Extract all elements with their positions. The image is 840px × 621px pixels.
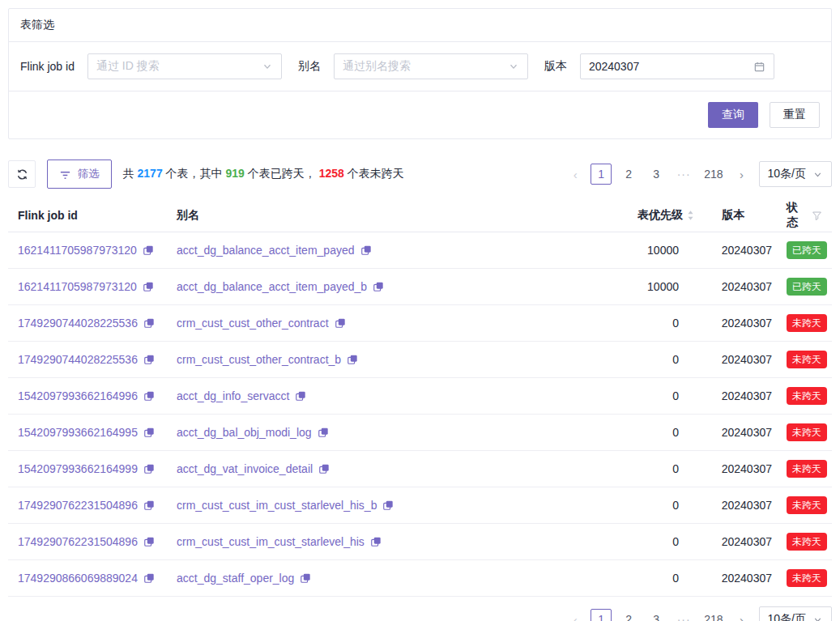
chevron-down-icon [508,61,519,72]
pagination-prev-button[interactable]: ‹ [566,609,584,621]
version-date-input[interactable]: 20240307 [580,53,774,79]
sorter-icon[interactable] [686,210,695,221]
flink-job-id-link[interactable]: 1542097993662164996 [18,389,138,402]
reset-button[interactable]: 重置 [770,102,820,128]
pagination-ellipsis[interactable]: ··· [673,609,694,621]
flink-job-id-link[interactable]: 1749290744028225536 [18,353,138,366]
table-body: 1621411705987973120 acct_dg_balance_acct… [8,232,832,597]
crossed-count: 919 [225,167,244,180]
alias-select[interactable]: 通过别名搜索 [334,53,528,79]
copy-icon[interactable] [347,354,358,365]
pagination-page-2[interactable]: 2 [618,164,639,185]
copy-icon[interactable] [143,245,154,256]
copy-icon[interactable] [143,281,154,292]
alias-link[interactable]: crm_cust_cust_im_cust_starlevel_his_b [177,499,377,512]
pagination-page-218[interactable]: 218 [701,164,726,185]
cell-priority: 0 [582,317,695,330]
status-badge: 未跨天 [787,460,827,478]
pagination-ellipsis[interactable]: ··· [673,164,694,185]
copy-icon[interactable] [143,572,155,584]
col-header-flink-job-id: Flink job id [18,209,177,222]
page-size-select[interactable]: 10条/页 [759,161,832,187]
status-badge: 未跨天 [787,314,827,332]
flink-job-id-link[interactable]: 1749290762231504896 [18,499,138,512]
copy-icon[interactable] [360,245,372,256]
col-header-priority[interactable]: 表优先级 [582,208,695,223]
cell-status: 未跨天 [772,460,822,478]
pagination-page-2[interactable]: 2 [618,609,639,621]
page-size-select[interactable]: 10条/页 [759,606,832,621]
flink-job-id-link[interactable]: 1542097993662164999 [18,462,138,475]
copy-icon[interactable] [373,281,384,292]
refresh-button[interactable] [8,160,36,188]
alias-link[interactable]: acct_dg_staff_oper_log [177,572,294,585]
status-badge: 已跨天 [787,278,827,296]
page-size-value: 10条/页 [768,167,806,181]
copy-icon[interactable] [143,427,155,438]
cell-status: 已跨天 [772,241,822,259]
cell-flink-job-id: 1749290762231504896 [18,499,177,512]
pagination-next-button[interactable]: › [733,164,751,185]
cell-status: 未跨天 [772,533,822,551]
copy-icon[interactable] [143,390,155,402]
filter-lines-icon [59,168,71,181]
pagination-page-1[interactable]: 1 [591,609,612,621]
alias-link[interactable]: crm_cust_cust_im_cust_starlevel_his [177,535,365,548]
copy-icon[interactable] [382,500,394,511]
status-badge: 未跨天 [787,496,827,514]
status-badge: 未跨天 [787,351,827,368]
pagination-page-3[interactable]: 3 [646,164,667,185]
filter-button[interactable]: 筛选 [47,160,112,189]
alias-link[interactable]: acct_dg_balance_acct_item_payed_b [177,280,367,293]
copy-icon[interactable] [370,536,382,547]
pagination-prev-button[interactable]: ‹ [566,164,584,185]
calendar-icon [753,61,765,73]
copy-icon[interactable] [143,536,155,547]
flink-job-id-select[interactable]: 通过 ID 搜索 [87,53,282,79]
flink-job-id-link[interactable]: 1542097993662164995 [18,426,138,439]
pagination-page-3[interactable]: 3 [646,609,667,621]
copy-icon[interactable] [295,390,306,402]
alias-link[interactable]: acct_dg_vat_invoice_detail [177,462,313,475]
cell-status: 已跨天 [772,278,822,296]
flink-job-id-link[interactable]: 1749290762231504896 [18,535,138,548]
table-row: 1542097993662164995 acct_dg_bal_obj_modi… [8,415,832,451]
copy-icon[interactable] [143,354,155,365]
alias-link[interactable]: acct_dg_bal_obj_modi_log [177,426,312,439]
pagination-page-1[interactable]: 1 [591,164,612,185]
cell-status: 未跨天 [772,569,822,587]
pagination-page-218[interactable]: 218 [701,609,726,621]
cell-alias: acct_dg_balance_acct_item_payed [177,244,582,257]
cell-version: 20240307 [695,353,772,366]
flink-job-id-link[interactable]: 1749290866069889024 [18,572,138,585]
alias-link[interactable]: crm_cust_cust_other_contract_b [177,353,341,366]
copy-icon[interactable] [318,463,330,474]
query-button[interactable]: 查询 [708,102,758,128]
filter-card: 表筛选 Flink job id 通过 ID 搜索 别名 通过别名搜索 版本 2… [8,8,832,139]
copy-icon[interactable] [143,463,155,474]
alias-link[interactable]: crm_cust_cust_other_contract [177,317,329,330]
cell-version: 20240307 [695,462,772,475]
copy-icon[interactable] [143,317,155,329]
cell-priority: 0 [582,535,695,548]
cell-alias: crm_cust_cust_other_contract_b [177,353,582,366]
chevron-down-icon [262,61,273,72]
copy-icon[interactable] [143,500,155,511]
col-header-alias: 别名 [177,208,582,223]
pagination-next-button[interactable]: › [733,609,751,621]
cell-priority: 0 [582,499,695,512]
cell-alias: crm_cust_cust_other_contract [177,317,582,330]
flink-job-id-link[interactable]: 1621411705987973120 [18,244,137,257]
copy-icon[interactable] [300,572,311,584]
copy-icon[interactable] [335,317,346,329]
cell-status: 未跨天 [772,314,822,332]
cell-alias: crm_cust_cust_im_cust_starlevel_his_b [177,499,582,512]
copy-icon[interactable] [318,427,329,438]
flink-job-id-link[interactable]: 1621411705987973120 [18,280,137,293]
funnel-filter-icon[interactable] [812,211,822,221]
cell-flink-job-id: 1749290744028225536 [18,353,177,366]
table-row: 1621411705987973120 acct_dg_balance_acct… [8,232,832,269]
flink-job-id-link[interactable]: 1749290744028225536 [18,317,138,330]
alias-link[interactable]: acct_dg_info_servacct [177,389,289,402]
alias-link[interactable]: acct_dg_balance_acct_item_payed [177,244,355,257]
